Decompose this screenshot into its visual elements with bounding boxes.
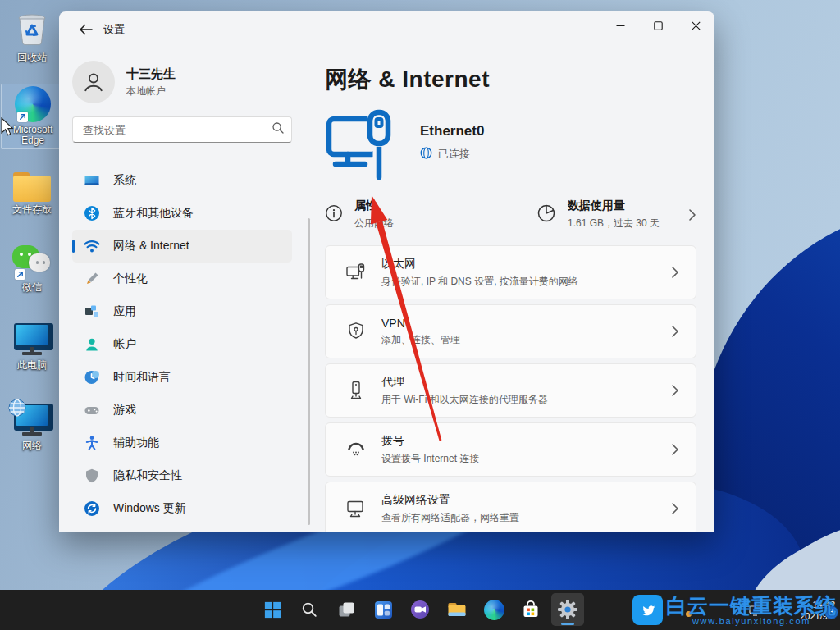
wifi-icon — [84, 238, 100, 254]
card-title: 代理 — [381, 375, 548, 390]
taskbar-search-button[interactable] — [293, 593, 326, 626]
back-button[interactable] — [74, 18, 97, 41]
card-vpn[interactable]: VPN 添加、连接、管理 — [325, 304, 696, 358]
desktop-icon-label: 文件存放 — [12, 204, 52, 215]
nav-label: 应用 — [113, 304, 136, 319]
card-subtitle: 设置拨号 Internet 连接 — [381, 452, 479, 466]
nav-item-privacy-security[interactable]: 隐私和安全性 — [72, 459, 292, 492]
shortcut-arrow-icon — [15, 269, 25, 280]
desktop-icon-edge[interactable]: Microsoft Edge — [1, 84, 65, 149]
taskbar: 14:42 2021/9/3 — [0, 590, 840, 630]
properties-block[interactable]: 属性 公用网络 — [325, 199, 536, 231]
desktop-icon-this-pc[interactable]: 此电脑 — [1, 323, 63, 371]
desktop-icon-files-folder[interactable]: 文件存放 — [1, 167, 63, 215]
bluetooth-icon — [84, 205, 100, 221]
nav-item-accessibility[interactable]: 辅助功能 — [72, 427, 292, 459]
file-explorer-button[interactable] — [441, 593, 473, 626]
card-subtitle: 添加、连接、管理 — [381, 333, 460, 347]
user-type: 本地帐户 — [126, 84, 176, 98]
desktop-icon-recycle-bin[interactable]: 回收站 — [1, 9, 63, 63]
task-view-button[interactable] — [330, 593, 363, 626]
info-icon — [325, 204, 343, 226]
start-button[interactable] — [256, 593, 289, 626]
card-subtitle: 查看所有网络适配器，网络重置 — [381, 511, 519, 525]
system-icon — [84, 172, 100, 189]
nav-label: 蓝牙和其他设备 — [113, 206, 194, 221]
nav-item-network-internet[interactable]: 网络 & Internet — [72, 230, 292, 262]
pie-chart-icon — [536, 203, 556, 226]
connection-hero: Ethernet0 已连接 — [325, 107, 696, 189]
twitter-button[interactable] — [632, 595, 663, 625]
desktop-icon-label: 微信 — [22, 282, 42, 293]
card-title: 以太网 — [381, 257, 578, 272]
minimize-button[interactable] — [601, 11, 639, 39]
chat-button[interactable] — [404, 593, 436, 626]
nav-label: 网络 & Internet — [113, 239, 189, 253]
desktop-icon-network[interactable]: 网络 — [1, 404, 63, 451]
ethernet-hero-icon — [325, 107, 397, 189]
nav-label: 系统 — [113, 173, 136, 188]
chevron-right-icon — [671, 443, 679, 456]
nav-label: 个性化 — [113, 272, 148, 286]
clock-language-icon — [84, 369, 100, 386]
avatar — [72, 61, 115, 103]
search-icon[interactable] — [272, 121, 285, 138]
nav-item-personalization[interactable]: 个性化 — [72, 262, 292, 295]
card-subtitle: 用于 Wi-Fi 和以太网连接的代理服务器 — [381, 393, 548, 407]
data-usage-subtitle: 1.61 GB，过去 30 天 — [568, 217, 660, 231]
window-title: 设置 — [103, 22, 125, 37]
nav-item-gaming[interactable]: 游戏 — [72, 394, 292, 427]
advanced-network-icon — [344, 498, 368, 519]
user-account[interactable]: 十三先生 本地帐户 — [72, 61, 292, 103]
card-proxy[interactable]: 代理 用于 Wi-Fi 和以太网连接的代理服务器 — [325, 363, 696, 418]
connection-name: Ethernet0 — [420, 123, 484, 139]
nav-item-time-language[interactable]: 时间和语言 — [72, 361, 292, 394]
sidebar-scrollbar[interactable] — [308, 218, 310, 525]
data-usage-title: 数据使用量 — [568, 199, 660, 213]
account-icon — [84, 336, 100, 353]
tray-display-icon[interactable] — [749, 605, 761, 619]
chevron-right-icon — [671, 502, 679, 515]
nav-item-system[interactable]: 系统 — [72, 164, 292, 197]
search-input[interactable] — [81, 123, 272, 137]
desktop-icon-label: 回收站 — [17, 52, 47, 63]
recycle-bin-icon — [13, 9, 51, 50]
card-advanced-network[interactable]: 高级网络设置 查看所有网络适配器，网络重置 — [325, 482, 696, 532]
desktop-icon-label: 此电脑 — [17, 360, 47, 371]
card-subtitle: 身份验证, IP 和 DNS 设置, 按流量计费的网络 — [381, 275, 578, 289]
nav-item-accounts[interactable]: 帐户 — [72, 328, 292, 361]
tray-hidden-icon[interactable] — [686, 611, 692, 617]
edge-button[interactable] — [477, 593, 510, 626]
settings-button[interactable] — [551, 593, 584, 626]
widgets-button[interactable] — [367, 593, 399, 626]
nav-item-bluetooth-devices[interactable]: 蓝牙和其他设备 — [72, 197, 292, 230]
settings-nav: 系统 蓝牙和其他设备 网络 & Internet — [72, 164, 292, 525]
search-box[interactable] — [72, 116, 292, 143]
nav-label: 游戏 — [113, 403, 136, 418]
chevron-right-icon — [671, 266, 679, 279]
monitor-icon — [12, 323, 52, 358]
data-usage-block[interactable]: 数据使用量 1.61 GB，过去 30 天 — [536, 199, 660, 231]
nav-item-apps[interactable]: 应用 — [72, 295, 292, 328]
gamepad-icon — [84, 402, 100, 418]
update-icon — [84, 500, 100, 517]
properties-subtitle: 公用网络 — [354, 217, 394, 231]
card-ethernet[interactable]: 以太网 身份验证, IP 和 DNS 设置, 按流量计费的网络 — [325, 245, 696, 299]
store-button[interactable] — [514, 593, 547, 626]
titlebar: 设置 — [59, 11, 714, 48]
nav-item-windows-update[interactable]: Windows 更新 — [72, 492, 292, 525]
card-dialup[interactable]: 拨号 设置拨号 Internet 连接 — [325, 422, 696, 477]
nav-label: 帐户 — [113, 337, 136, 352]
desktop-icon-label: 网络 — [22, 441, 42, 451]
desktop-icon-wechat[interactable]: 微信 — [1, 244, 63, 293]
proxy-server-icon — [344, 380, 368, 401]
card-title: 拨号 — [381, 434, 479, 449]
close-button[interactable] — [677, 11, 714, 39]
notification-badge[interactable]: 3 — [824, 605, 838, 619]
settings-cards: 以太网 身份验证, IP 和 DNS 设置, 按流量计费的网络 VPN — [325, 245, 696, 532]
nav-label: 隐私和安全性 — [113, 468, 182, 483]
nav-label: Windows 更新 — [113, 501, 186, 516]
maximize-button[interactable] — [639, 11, 677, 39]
card-title: 高级网络设置 — [381, 493, 519, 508]
chevron-right-icon — [688, 208, 696, 221]
